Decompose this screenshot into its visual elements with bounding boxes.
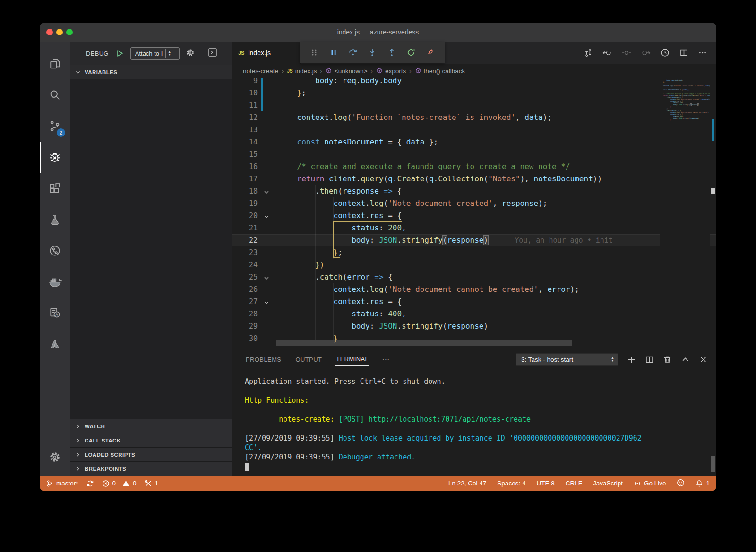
- minimap[interactable]: body: req.body.body }; context.log('Func…: [660, 78, 710, 348]
- kill-terminal-trash-icon[interactable]: [663, 355, 672, 364]
- breadcrumb-file[interactable]: JSindex.js: [287, 68, 317, 75]
- split-editor-icon[interactable]: [679, 48, 688, 57]
- tab-terminal[interactable]: TERMINAL: [335, 353, 369, 366]
- maximize-window-button[interactable]: [66, 29, 73, 35]
- gitlens-icon[interactable]: [40, 235, 70, 266]
- source-control-icon[interactable]: 2: [40, 110, 70, 142]
- call-stack-section-header[interactable]: CALL STACK: [70, 433, 232, 447]
- compare-changes-icon[interactable]: [584, 49, 593, 57]
- panel-more-tabs-icon[interactable]: ⋯: [382, 355, 390, 364]
- restart-button[interactable]: [404, 45, 418, 59]
- breadcrumb-symbol-callback[interactable]: then() callback: [415, 68, 465, 75]
- close-window-button[interactable]: [46, 29, 53, 35]
- code-editor[interactable]: 9 body: req.body.body10 };1112 context.l…: [232, 78, 716, 348]
- more-actions-icon[interactable]: [698, 49, 707, 57]
- code-line-29[interactable]: 29 body: JSON.stringify(response): [232, 320, 716, 332]
- close-panel-icon[interactable]: [699, 355, 708, 364]
- indentation-status[interactable]: Spaces: 4: [497, 480, 525, 487]
- git-branch-status[interactable]: master*: [46, 480, 78, 487]
- eol-status[interactable]: CRLF: [566, 480, 582, 487]
- current-change-icon[interactable]: [622, 49, 631, 57]
- code-line-19[interactable]: 19 context.log('Note document created', …: [232, 197, 716, 210]
- step-out-button[interactable]: [385, 45, 399, 59]
- code-line-16[interactable]: 16 /* create and execute a faundb query …: [232, 161, 716, 173]
- new-terminal-icon[interactable]: [627, 355, 636, 364]
- code-text: context.log('Note document cannot be cre…: [279, 285, 579, 294]
- code-line-28[interactable]: 28 status: 400,: [232, 308, 716, 320]
- terminal-line: [27/09/2019 09:39:55] Host lock lease ac…: [245, 433, 716, 443]
- code-line-12[interactable]: 12 context.log('Function `notes-create` …: [232, 111, 716, 124]
- search-icon[interactable]: [40, 79, 70, 110]
- svg-text:A: A: [55, 313, 58, 317]
- horizontal-scrollbar[interactable]: [276, 340, 572, 346]
- line-number: 29: [232, 320, 258, 332]
- previous-change-icon[interactable]: [602, 49, 612, 57]
- file-history-icon[interactable]: [661, 48, 670, 57]
- extensions-icon[interactable]: [40, 173, 70, 204]
- explorer-icon[interactable]: [40, 48, 70, 79]
- pause-button[interactable]: [326, 45, 341, 59]
- code-line-13[interactable]: 13: [232, 124, 716, 136]
- sync-changes-button[interactable]: [86, 480, 94, 487]
- terminal-line: Http Functions:: [245, 396, 716, 405]
- cursor-position-status[interactable]: Ln 22, Col 47: [448, 480, 486, 487]
- maximize-panel-chevron-icon[interactable]: [681, 355, 690, 364]
- code-line-20[interactable]: 20 context.res = {: [232, 210, 716, 222]
- breadcrumb-symbol-unknown[interactable]: <unknown>: [326, 68, 368, 75]
- settings-gear-icon[interactable]: [40, 442, 70, 473]
- test-flask-icon[interactable]: [40, 204, 70, 235]
- encoding-status[interactable]: UTF-8: [536, 480, 554, 487]
- debug-icon[interactable]: [40, 142, 70, 173]
- step-over-button[interactable]: [346, 45, 360, 59]
- language-mode-status[interactable]: JavaScript: [593, 480, 623, 487]
- code-line-14[interactable]: 14 const notesDocument = { data };: [232, 136, 716, 148]
- docker-icon[interactable]: [40, 266, 70, 297]
- problems-status[interactable]: 0 0: [102, 480, 137, 487]
- code-line-18[interactable]: 18 .then(response => {: [232, 185, 716, 197]
- watch-section-header[interactable]: WATCH: [70, 419, 232, 433]
- start-debug-button[interactable]: [114, 48, 125, 59]
- spell-checker-icon[interactable]: A: [40, 297, 70, 329]
- minimize-window-button[interactable]: [56, 29, 63, 35]
- tab-problems[interactable]: PROBLEMS: [245, 353, 282, 366]
- code-line-25[interactable]: 25 .catch(error => {: [232, 271, 716, 283]
- code-line-15[interactable]: 15: [232, 148, 716, 161]
- variables-section-header[interactable]: VARIABLES: [70, 65, 232, 79]
- terminal-output[interactable]: Application started. Press Ctrl+C to shu…: [232, 370, 716, 476]
- loaded-scripts-section-header[interactable]: LOADED SCRIPTS: [70, 447, 232, 461]
- split-terminal-icon[interactable]: [645, 355, 654, 364]
- running-tasks-status[interactable]: 1: [145, 480, 159, 487]
- line-number: 28: [232, 308, 258, 320]
- next-change-icon[interactable]: [641, 49, 651, 57]
- code-line-21[interactable]: 21 status: 200,: [232, 222, 716, 234]
- tab-indexjs[interactable]: JS index.js: [232, 42, 301, 64]
- code-line-9[interactable]: 9 body: req.body.body: [232, 78, 716, 87]
- debug-settings-gear-icon[interactable]: [185, 48, 195, 59]
- breakpoints-section-header[interactable]: BREAKPOINTS: [70, 461, 232, 476]
- code-text: context.res = {: [279, 211, 402, 220]
- code-line-23[interactable]: 23 };: [232, 246, 716, 259]
- terminal-scrollbar[interactable]: [711, 456, 715, 472]
- drag-grip-icon[interactable]: [307, 45, 321, 59]
- code-line-10[interactable]: 10 };: [232, 87, 716, 99]
- step-into-button[interactable]: [365, 45, 379, 59]
- code-line-27[interactable]: 27 context.res = {: [232, 296, 716, 308]
- notifications-bell[interactable]: 1: [696, 480, 710, 487]
- terminal-select-dropdown[interactable]: 3: Task - host start ▲▼: [516, 353, 618, 366]
- breadcrumb-folder[interactable]: notes-create: [243, 68, 278, 75]
- disconnect-button[interactable]: [423, 45, 437, 59]
- debug-configuration-dropdown[interactable]: Attach to I ▲▼: [130, 47, 180, 60]
- feedback-smiley-icon[interactable]: [677, 479, 685, 488]
- code-line-24[interactable]: 24 }): [232, 259, 716, 271]
- go-live-button[interactable]: Go Live: [634, 480, 666, 487]
- debug-console-icon[interactable]: [207, 47, 218, 59]
- breadcrumb-symbol-exports[interactable]: exports: [376, 68, 406, 75]
- code-line-22[interactable]: 22 body: JSON.stringify(response)You, an…: [232, 234, 716, 246]
- code-line-11[interactable]: 11: [232, 99, 716, 111]
- code-line-17[interactable]: 17 return client.query(q.Create(q.Collec…: [232, 173, 716, 185]
- azure-icon[interactable]: [40, 329, 70, 360]
- code-text: }): [279, 260, 324, 269]
- symbol-cube-icon: [326, 68, 332, 74]
- code-line-26[interactable]: 26 context.log('Note document cannot be …: [232, 283, 716, 296]
- tab-output[interactable]: OUTPUT: [294, 353, 323, 366]
